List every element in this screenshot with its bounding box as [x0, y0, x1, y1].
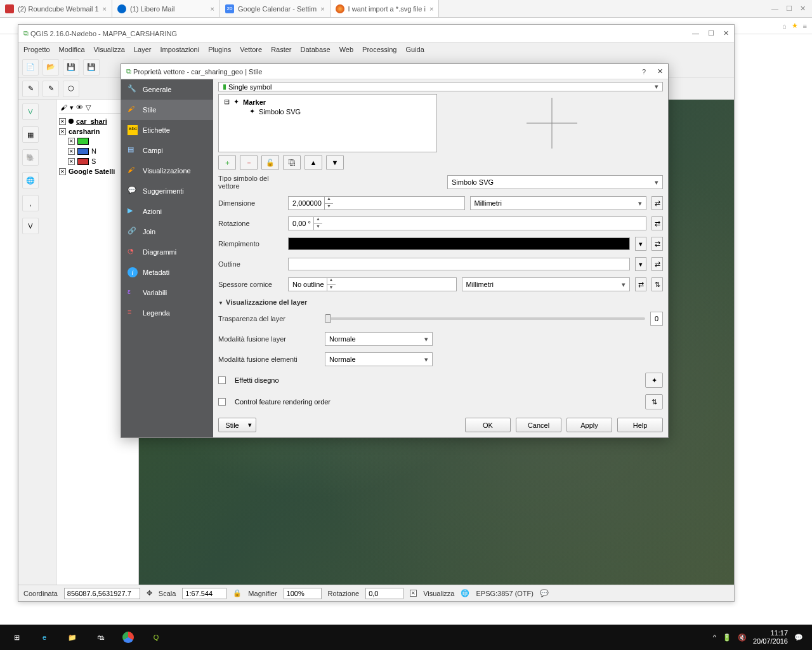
start-button[interactable]: ⊞ [3, 625, 30, 650]
open-icon[interactable]: 📂 [43, 59, 59, 76]
menu-guida[interactable]: Guida [405, 46, 424, 53]
crs-icon[interactable]: 🌐 [461, 589, 469, 597]
magnifier-input[interactable] [284, 588, 322, 599]
mouse-icon[interactable]: ✥ [147, 589, 152, 597]
close-icon[interactable]: ✕ [657, 67, 663, 76]
ok-button[interactable]: OK [465, 418, 511, 432]
node-icon[interactable]: ⬡ [63, 81, 79, 97]
add-raster-icon[interactable]: ▦ [22, 126, 39, 143]
save-as-icon[interactable]: 💾 [83, 59, 100, 76]
rotation-input[interactable] [365, 588, 403, 599]
outline-color[interactable] [288, 258, 630, 270]
tab-libero[interactable]: (1) Libero Mail× [112, 0, 220, 17]
cancel-button[interactable]: Cancel [516, 418, 561, 432]
help-icon[interactable]: ? [642, 68, 646, 76]
style-button[interactable]: Stile [218, 418, 256, 432]
home-icon[interactable]: ⌂ [782, 22, 787, 30]
qgis-task-icon[interactable]: Q [142, 625, 170, 650]
symbol-type-select[interactable]: Simbolo SVG [447, 175, 663, 189]
transparency-slider[interactable] [325, 317, 645, 320]
close-icon[interactable]: × [103, 5, 107, 13]
close-icon[interactable]: × [320, 5, 324, 13]
render-order-config-icon[interactable]: ⇅ [645, 394, 663, 409]
menu-layer[interactable]: Layer [134, 46, 152, 53]
notifications-icon[interactable]: 💬 [794, 633, 803, 642]
color-dropdown-icon[interactable]: ▾ [635, 257, 646, 271]
eye-icon[interactable]: 👁 [76, 103, 83, 112]
chrome-icon[interactable] [114, 625, 142, 650]
menu-visualizza[interactable]: Visualizza [94, 46, 125, 53]
thickness-input[interactable]: No outline▲▼ [288, 277, 457, 291]
tab-calendar[interactable]: 20Google Calendar - Settim× [220, 0, 331, 17]
menu-vettore[interactable]: Vettore [240, 46, 262, 53]
move-up-button[interactable]: ▲ [304, 155, 322, 170]
menu-plugins[interactable]: Plugins [208, 46, 231, 53]
data-defined-icon[interactable]: ⇄ [652, 237, 663, 251]
data-defined-icon[interactable]: ⇄ [652, 216, 663, 230]
minimize-icon[interactable]: — [692, 29, 699, 37]
render-order-checkbox[interactable] [218, 398, 226, 406]
maximize-icon[interactable]: ☐ [708, 29, 714, 37]
tab-svg[interactable]: I want import a *.svg file i× [331, 0, 440, 17]
close-icon[interactable]: × [211, 5, 214, 13]
transparency-value[interactable]: 0 [650, 312, 663, 326]
render-checkbox[interactable] [410, 590, 417, 597]
add-csv-icon[interactable]: , [22, 195, 39, 211]
pencil-icon[interactable]: ✎ [22, 81, 39, 97]
coord-input[interactable] [64, 588, 140, 599]
messages-icon[interactable]: 💬 [540, 589, 549, 597]
scale-input[interactable] [182, 588, 226, 599]
star-icon[interactable]: ★ [792, 22, 798, 30]
effects-checkbox[interactable] [218, 376, 226, 384]
explorer-icon[interactable]: 📁 [58, 625, 86, 650]
help-button[interactable]: Help [617, 418, 663, 432]
sidebar-stile[interactable]: 🖌Stile [121, 100, 213, 120]
blend-layer-combo[interactable]: Normale [325, 332, 433, 346]
battery-icon[interactable]: 🔋 [723, 633, 731, 642]
menu-raster[interactable]: Raster [271, 46, 291, 53]
move-down-button[interactable]: ▼ [326, 155, 344, 170]
save-icon[interactable]: 💾 [63, 59, 79, 76]
sidebar-suggerimenti[interactable]: 💬Suggerimenti [121, 181, 213, 201]
symbol-type-combo[interactable]: ▮ Single symbol [218, 82, 663, 91]
close-icon[interactable]: ✕ [723, 29, 729, 37]
maximize-icon[interactable]: ☐ [786, 4, 792, 13]
sidebar-diagrammi[interactable]: ◔Diagrammi [121, 242, 213, 262]
tray-up-icon[interactable]: ^ [713, 633, 716, 641]
menu-icon[interactable]: ≡ [803, 22, 807, 30]
add-vector-icon[interactable]: V [22, 103, 39, 120]
remove-symbol-button[interactable]: － [240, 155, 258, 170]
menu-web[interactable]: Web [339, 46, 353, 53]
dimension-input[interactable]: 2,000000▲▼ [288, 196, 465, 210]
sidebar-azioni[interactable]: ▶Azioni [121, 201, 213, 222]
add-wms-icon[interactable]: 🌐 [22, 172, 39, 189]
expand-icon[interactable]: ▾ [70, 103, 74, 112]
data-defined-icon[interactable]: ⇅ [652, 277, 663, 291]
tab-roundcube[interactable]: (2) Roundcube Webmail 1× [0, 0, 112, 17]
sidebar-legenda[interactable]: ≡Legenda [121, 303, 213, 323]
store-icon[interactable]: 🛍 [86, 625, 114, 650]
sidebar-etichette[interactable]: abcEtichette [121, 120, 213, 140]
copy-symbol-button[interactable]: ⿻ [283, 155, 301, 170]
new-project-icon[interactable]: 📄 [22, 59, 39, 76]
new-shapefile-icon[interactable]: V [22, 218, 39, 234]
minimize-icon[interactable]: — [771, 5, 778, 13]
funnel-icon[interactable]: ▽ [86, 103, 91, 112]
lock-icon[interactable]: 🔒 [233, 589, 242, 597]
rotation-input[interactable]: 0,00 °▲▼ [288, 216, 646, 230]
dimension-unit[interactable]: Millimetri [470, 196, 647, 210]
sidebar-generale[interactable]: 🔧Generale [121, 79, 213, 100]
close-icon[interactable]: ✕ [800, 4, 806, 13]
add-postgis-icon[interactable]: 🐘 [22, 149, 39, 166]
menu-database[interactable]: Database [301, 46, 331, 53]
menu-modifica[interactable]: Modifica [59, 46, 85, 53]
data-defined-icon[interactable]: ⇄ [652, 196, 663, 210]
close-icon[interactable]: × [429, 5, 433, 13]
fill-color[interactable] [288, 237, 630, 250]
sidebar-join[interactable]: 🔗Join [121, 222, 213, 242]
viz-section-header[interactable]: Visualizzazione del layer [218, 296, 663, 307]
lock-symbol-button[interactable]: 🔓 [261, 155, 279, 170]
sidebar-visualizzazione[interactable]: 🖌Visualizzazione [121, 161, 213, 181]
menu-impostazioni[interactable]: Impostazioni [160, 46, 199, 53]
symbol-tree[interactable]: ⊟✦Marker ✦Simbolo SVG [218, 94, 437, 152]
